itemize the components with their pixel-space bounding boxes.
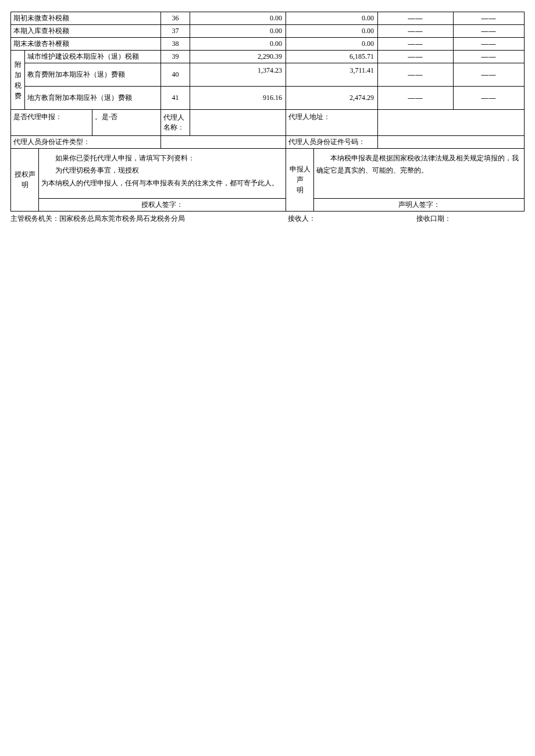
- row-no: 38: [161, 38, 190, 51]
- agent-row-2: 代理人员身份证件类型： 代理人员身份证件号码：: [11, 135, 525, 148]
- tax-table: 期初未微查补税额 36 0.00 0.00 —— —— 本期入库查补税额 37 …: [10, 12, 525, 110]
- auth-right-title: 申报人声明: [286, 149, 314, 212]
- auth-right-sign: 声明人签字：: [314, 199, 525, 212]
- row-c2: 6,185.71: [286, 51, 378, 63]
- row-name: 地方教育附加本期应补（退）费额: [25, 87, 161, 110]
- row-no: 40: [161, 63, 190, 87]
- row-name: 城市维护建设税本期应补（退）税额: [25, 51, 161, 63]
- row-no: 36: [161, 12, 190, 25]
- agent-row-1: 是否代理申报： 。是·否 代理人名称： 代理人地址：: [11, 110, 525, 135]
- footer-recv-date: 接收口期：: [416, 214, 525, 224]
- agent-addr-value[interactable]: [378, 110, 525, 135]
- is-agent-value: 。是·否: [92, 110, 161, 135]
- row-c3: ——: [378, 63, 454, 87]
- row-c4: ——: [454, 63, 525, 87]
- row-no: 37: [161, 25, 190, 38]
- row-c3: ——: [378, 87, 454, 110]
- row-c1: 0.00: [190, 25, 286, 38]
- row-c2: 2,474.29: [286, 87, 378, 110]
- table-row: 期末未缴杏补桠额 38 0.00 0.00 —— ——: [11, 38, 525, 51]
- row-c1: 916.16: [190, 87, 286, 110]
- row-c1: 1,374.23: [190, 63, 286, 87]
- agent-addr-label: 代理人地址：: [286, 110, 378, 135]
- row-c4: ——: [454, 51, 525, 63]
- row-c1: 0.00: [190, 38, 286, 51]
- row-no: 41: [161, 87, 190, 110]
- auth-table: 授权声明 如果你已委托代理人申报，请填写下列资料： 为代理切税务事宜，现授权 为…: [10, 149, 525, 212]
- row-c4: ——: [454, 25, 525, 38]
- row-c3: ——: [378, 38, 454, 51]
- table-row: 地方教育附加本期应补（退）费额 41 916.16 2,474.29 —— ——: [11, 87, 525, 110]
- row-c4: ——: [454, 12, 525, 25]
- auth-left-sign: 授权人签字：: [39, 199, 286, 212]
- side-label: 附加税费: [11, 51, 25, 110]
- agent-idno-label: 代理人员身份证件号码：: [286, 135, 378, 148]
- row-c1: 2,290.39: [190, 51, 286, 63]
- row-c2: 3,711.41: [286, 63, 378, 87]
- row-c2: 0.00: [286, 38, 378, 51]
- auth-left-title: 授权声明: [11, 149, 39, 212]
- row-c1: 0.00: [190, 12, 286, 25]
- agent-idtype-label: 代理人员身份证件类型：: [11, 135, 161, 148]
- row-name: 期末未缴杏补桠额: [11, 38, 161, 51]
- footer-row: 主管税务机关：国家税务总局东莞市税务局石龙税务分局 接收人： 接收口期：: [10, 214, 525, 224]
- row-c3: ——: [378, 12, 454, 25]
- row-c4: ——: [454, 87, 525, 110]
- is-agent-label: 是否代理申报：: [11, 110, 92, 135]
- table-row: 附加税费 城市维护建设税本期应补（退）税额 39 2,290.39 6,185.…: [11, 51, 525, 63]
- agent-idtype-value[interactable]: [161, 135, 286, 148]
- row-c4: ——: [454, 38, 525, 51]
- row-c2: 0.00: [286, 25, 378, 38]
- auth-right-body: 本纳税申报表是根据国家税收法律法规及相关规定填报的，我确定它是真实的、可能的、完…: [314, 149, 525, 199]
- row-c2: 0.00: [286, 12, 378, 25]
- agent-table: 是否代理申报： 。是·否 代理人名称： 代理人地址： 代理人员身份证件类型： 代…: [10, 110, 525, 149]
- row-name: 教育费附加本期应补（退）费额: [25, 63, 161, 87]
- agent-name-value[interactable]: [190, 110, 286, 135]
- table-row: 期初未微查补税额 36 0.00 0.00 —— ——: [11, 12, 525, 25]
- footer-recv-by: 接收人：: [288, 214, 416, 224]
- agent-name-label: 代理人名称：: [161, 110, 190, 135]
- table-row: 本期入库查补税额 37 0.00 0.00 —— ——: [11, 25, 525, 38]
- footer-org: 主管税务机关：国家税务总局东莞市税务局石龙税务分局: [10, 214, 288, 224]
- row-name: 本期入库查补税额: [11, 25, 161, 38]
- row-no: 39: [161, 51, 190, 63]
- table-row: 教育费附加本期应补（退）费额 40 1,374.23 3,711.41 —— —…: [11, 63, 525, 87]
- row-c3: ——: [378, 51, 454, 63]
- agent-idno-value[interactable]: [378, 135, 525, 148]
- row-name: 期初未微查补税额: [11, 12, 161, 25]
- row-c3: ——: [378, 25, 454, 38]
- auth-left-body: 如果你已委托代理人申报，请填写下列资料： 为代理切税务事宜，现授权 为本纳税人的…: [39, 149, 286, 199]
